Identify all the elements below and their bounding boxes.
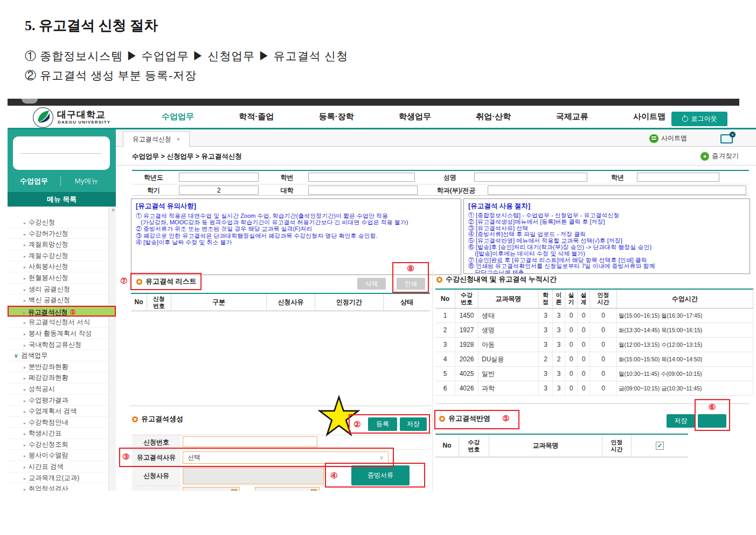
table-row[interactable]: 4	[435, 352, 455, 367]
menu-arrow-icon	[24, 399, 26, 403]
sidebar-item[interactable]: 봉사 활동계획서 작성	[8, 328, 116, 339]
sidebar-item[interactable]: 생리 공결신청	[8, 284, 116, 295]
table-row[interactable]: 3	[435, 338, 455, 352]
sidebar-menu: ^ 수강신청 수강허가신청 계절희망신청 계절수강신청 사회봉사신청 헌혈봉사신…	[8, 207, 116, 491]
delete-button[interactable]: 삭제	[357, 278, 386, 290]
sidebar-item[interactable]: 헌혈봉사신청	[8, 272, 116, 284]
site-header: 대구대학교 DAEGU UNIVERSITY 수업업무 학적·졸업 등록·장학 …	[8, 106, 756, 129]
menu-arrow-icon	[24, 365, 26, 370]
tab-absence-apply[interactable]: 유고결석신청 ×	[123, 131, 190, 147]
section-bullet-icon	[439, 416, 445, 422]
sidebar-item[interactable]: 수강신청	[8, 217, 116, 228]
period-label: 인정기간	[132, 486, 181, 491]
table-row[interactable]: 5	[435, 367, 455, 381]
menu-arrow-icon	[24, 221, 26, 225]
sidebar-item[interactable]: 취업적성검사	[8, 483, 116, 491]
sidebar-item[interactable]: 수강허가신청	[8, 228, 116, 239]
absence-list-title: 유고결석 리스트	[136, 277, 197, 286]
sidebar-item[interactable]: 수업계획서 검색	[8, 406, 116, 417]
sidebar-item[interactable]: 폐강강좌현황	[8, 372, 116, 383]
scroll-up-icon[interactable]: ^	[112, 208, 115, 214]
calendar-icon[interactable]	[231, 489, 237, 491]
breadcrumb-bar: 수업업무 > 신청업무 > 유고결석신청 즐겨찾기	[116, 147, 756, 166]
sidebar-tab-mymenu[interactable]: My메뉴	[61, 176, 112, 186]
menu-arrow-icon	[24, 387, 26, 392]
apply-save-button[interactable]: 저장	[667, 414, 695, 428]
sidebar-group-search[interactable]: 검색업무	[8, 350, 116, 361]
sitemap-link[interactable]: 사이트맵	[649, 134, 687, 143]
year-input[interactable]	[179, 173, 259, 182]
table-row[interactable]: 1	[435, 308, 455, 323]
save-button[interactable]: 저장	[400, 417, 427, 431]
annotation-8: ⑧	[392, 264, 429, 273]
major-label: 학과(부)/전공	[427, 185, 485, 196]
attachment-button[interactable]: 증빙서류	[351, 465, 410, 485]
tab-close-icon[interactable]: ×	[177, 136, 180, 142]
period-end-input[interactable]	[255, 487, 320, 491]
sidebar-item[interactable]: 국내학점교류신청	[8, 339, 116, 351]
sidebar-item[interactable]: 수강학점안내	[8, 417, 116, 428]
sidebar-item[interactable]: 성적공시	[8, 383, 116, 395]
college-input[interactable]	[308, 186, 418, 195]
sidebar-item[interactable]: 봉사이수열람	[8, 450, 116, 461]
tab-bar: 유고결석신청 × 사이트맵	[116, 129, 756, 147]
sidebar-item[interactable]: 시간표 검색	[8, 461, 116, 472]
table-row[interactable]: 2	[435, 323, 455, 338]
applyno-input[interactable]	[183, 436, 317, 447]
sidebar-item[interactable]: 수업평가결과	[8, 395, 116, 406]
absence-create-title: 유고결석생성	[132, 414, 183, 424]
sidebar-item[interactable]: 교과목개요(교과)	[8, 472, 116, 484]
sidebar-item-absence-apply[interactable]: 유고결석신청①	[8, 306, 116, 317]
menu-arrow-icon	[24, 443, 26, 448]
sidebar-item[interactable]: 백신 공결신청	[8, 294, 116, 306]
menu-arrow-icon	[24, 243, 26, 248]
annotation-5: ⑤	[502, 414, 509, 423]
nav-item-student[interactable]: 학생업무	[399, 112, 431, 122]
sidebar-item[interactable]: 사회봉사신청	[8, 261, 116, 272]
nav-item-records[interactable]: 학적·졸업	[239, 112, 274, 122]
sidebar-item[interactable]: 유고결석신청서 서식	[8, 317, 116, 328]
nav-item-classes[interactable]: 수업업무	[162, 112, 194, 122]
sidebar-item[interactable]: 학생시간표	[8, 428, 116, 439]
menu-arrow-icon	[24, 276, 26, 281]
doc-step-1: ① 종합정보시스템 ▶ 수업업무 ▶ 신청업무 ▶ 유고결석 신청	[25, 49, 348, 64]
send-button[interactable]	[698, 414, 726, 428]
section-bullet-icon	[132, 416, 138, 422]
college-label: 대학	[269, 185, 304, 196]
calendar-icon[interactable]	[311, 489, 317, 491]
select-all-checkbox[interactable]: ✓	[656, 442, 664, 450]
nav-item-career[interactable]: 취업·산학	[476, 112, 511, 122]
chevron-down-icon	[14, 353, 18, 359]
register-button[interactable]: 등록	[368, 417, 397, 431]
menu-arrow-icon	[24, 232, 26, 237]
window-chrome-bump	[22, 99, 38, 104]
name-input[interactable]	[474, 173, 587, 182]
print-button[interactable]: 인쇄	[397, 278, 425, 290]
major-input[interactable]	[488, 186, 746, 195]
login-info-box	[13, 136, 110, 170]
semester-input[interactable]	[179, 186, 259, 195]
annotation-7: ⑦	[120, 276, 127, 286]
detail-textarea[interactable]	[183, 468, 324, 484]
favorite-link[interactable]: 즐겨찾기	[700, 152, 739, 161]
annotation-2: ②	[353, 420, 360, 429]
nav-item-international[interactable]: 국제교류	[556, 112, 588, 122]
nav-item-sitemap[interactable]: 사이트맵	[633, 112, 665, 122]
applyno-label: 신청번호	[132, 435, 181, 449]
annotation-3: ③	[122, 452, 129, 462]
sidebar-item[interactable]: 수강신청조회	[8, 439, 116, 450]
sidebar-item[interactable]: 분반강좌현황	[8, 361, 116, 373]
table-row[interactable]: 6	[435, 381, 455, 396]
studentno-input[interactable]	[308, 173, 415, 182]
window-close-icon[interactable]	[720, 134, 733, 143]
absence-reason-select[interactable]: 선택	[183, 451, 389, 464]
sidebar-item[interactable]: 계절수강신청	[8, 250, 116, 262]
screenshot-panel: 대구대학교 DAEGU UNIVERSITY 수업업무 학적·졸업 등록·장학 …	[8, 99, 756, 491]
sidebar-item[interactable]: 계절희망신청	[8, 239, 116, 250]
section-bullet-icon	[136, 279, 142, 285]
nav-item-registration[interactable]: 등록·장학	[319, 112, 354, 122]
logout-button[interactable]: 로그아웃	[671, 112, 727, 126]
menu-arrow-icon	[24, 298, 26, 303]
grade-input[interactable]	[637, 173, 719, 182]
sidebar-tab-classes[interactable]: 수업업무	[8, 176, 61, 186]
